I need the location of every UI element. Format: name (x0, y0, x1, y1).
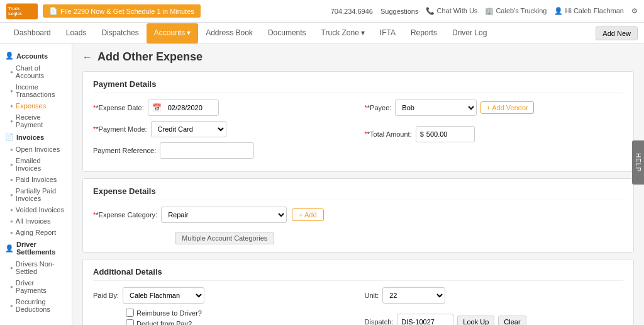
chevron-down-icon: ▾ (187, 28, 191, 37)
clear-button[interactable]: Clear (498, 316, 526, 325)
sidebar-item-emailed-invoices[interactable]: ● Emailed Invoices (0, 155, 72, 174)
expense-category-row: **Expense Category: Repair Fuel Maintena… (93, 207, 623, 223)
payee-label: **Payee: (365, 104, 392, 111)
expense-date-wrapper[interactable]: 📅 (148, 100, 219, 116)
payment-details-section: Payment Details **Expense Date: 📅 (82, 71, 634, 172)
payment-mode-row: **Payment Mode: Credit Card Cash Check A… (93, 121, 352, 137)
sidebar-item-income-transactions[interactable]: ● Income Transactions (0, 81, 72, 100)
dot-icon: ● (10, 303, 13, 309)
dispatch-input[interactable] (397, 314, 453, 325)
expense-date-label: **Expense Date: (93, 104, 144, 111)
dot-icon: ● (10, 147, 13, 152)
top-bar: Truck Logics 📄 File 2290 Now & Get Sched… (0, 0, 644, 23)
chat-btn[interactable]: 📞 Chat With Us (426, 7, 477, 15)
nav-documents[interactable]: Documents (260, 23, 314, 43)
payment-mode-label: **Payment Mode: (93, 125, 147, 133)
sidebar-item-open-invoices[interactable]: ● Open Invoices (0, 144, 72, 155)
unit-row: Unit: 22 (365, 287, 624, 304)
payment-details-row1: **Expense Date: 📅 **Payment Mode: (93, 100, 623, 164)
dot-icon: ● (10, 284, 13, 290)
reimburse-checkbox[interactable] (126, 309, 134, 317)
expense-category-select[interactable]: Repair Fuel Maintenance Other (161, 207, 287, 223)
payee-select[interactable]: Bob (395, 100, 477, 116)
payment-details-title: Payment Details (93, 79, 623, 93)
user-label: 👤 Hi Caleb Flachman (554, 7, 624, 15)
dot-icon: ● (10, 192, 13, 198)
nav-truck-zone[interactable]: Truck Zone ▾ (314, 23, 372, 43)
settings-icon[interactable]: ⚙ (631, 7, 638, 15)
nav-accounts[interactable]: Accounts ▾ (147, 23, 198, 43)
sidebar-item-chart-of-accounts[interactable]: ● Chart of Accounts (0, 62, 72, 81)
total-amount-wrapper: $ (416, 126, 475, 142)
nav-reports[interactable]: Reports (403, 23, 445, 43)
sidebar-item-expenses[interactable]: ● Expenses (0, 100, 72, 111)
sidebar-item-driver-payments[interactable]: ● Driver Payments (0, 277, 72, 296)
promo-banner[interactable]: 📄 File 2290 Now & Get Schedule 1 in Minu… (43, 4, 201, 18)
dot-icon: ● (10, 118, 13, 124)
dot-icon: ● (10, 207, 13, 213)
help-tab[interactable]: HELP (632, 140, 644, 185)
phone-number: 704.234.6946 (331, 8, 373, 15)
nav-dashboard[interactable]: Dashboard (6, 23, 58, 43)
payee-row: **Payee: Bob + Add Vendor (365, 100, 624, 116)
dot-icon: ● (10, 88, 13, 94)
paid-by-row: Paid By: Caleb Flachman (93, 287, 352, 304)
sidebar-item-partially-paid[interactable]: ● Partially Paid Invoices (0, 185, 72, 204)
deduct-checkbox-label[interactable]: Deduct from Pay? (126, 319, 192, 325)
total-amount-row: **Total Amount: $ (365, 126, 624, 142)
suggestions-btn[interactable]: Suggestions (380, 8, 419, 15)
back-button[interactable]: ← (82, 52, 92, 63)
total-amount-label: **Total Amount: (365, 130, 412, 138)
deduct-checkbox[interactable] (126, 319, 134, 325)
unit-select[interactable]: 22 (382, 287, 445, 304)
expense-date-row: **Expense Date: 📅 (93, 100, 352, 116)
nav-address-book[interactable]: Address Book (198, 23, 260, 43)
sidebar-item-paid-invoices[interactable]: ● Paid Invoices (0, 174, 72, 185)
add-new-button[interactable]: Add New (596, 26, 638, 40)
sidebar-accounts-section: 👤 Accounts (0, 49, 72, 62)
sidebar-item-voided-invoices[interactable]: ● Voided Invoices (0, 204, 72, 215)
nav-ifta[interactable]: IFTA (372, 23, 403, 43)
dispatch-row: Dispatch: Look Up Clear (365, 314, 624, 325)
reimburse-row: Reimburse to Driver? Deduct from Pay? (126, 309, 352, 325)
add-category-button[interactable]: + Add (292, 208, 323, 221)
reimburse-checkbox-label[interactable]: Reimburse to Driver? (126, 309, 202, 317)
sidebar-invoices-section: 📄 Invoices (0, 130, 72, 144)
svg-text:Logics: Logics (8, 11, 22, 16)
dot-icon: ● (10, 230, 13, 236)
expense-details-section: Expense Details **Expense Category: Repa… (82, 178, 634, 253)
dot-icon: ● (10, 177, 13, 183)
nav-dispatches[interactable]: Dispatches (94, 23, 146, 43)
payment-reference-row: Payment Reference: (93, 142, 352, 159)
add-vendor-button[interactable]: + Add Vendor (480, 101, 533, 114)
total-amount-input[interactable] (426, 130, 470, 138)
main-layout: 👤 Accounts ● Chart of Accounts ● Income … (0, 44, 644, 325)
dot-icon: ● (10, 69, 13, 75)
nav-loads[interactable]: Loads (58, 23, 94, 43)
sidebar-item-receive-payment[interactable]: ● Receive Payment (0, 111, 72, 130)
nav-bar: Dashboard Loads Dispatches Accounts ▾ Ad… (0, 23, 644, 44)
main-content: ← Add Other Expense Payment Details **Ex… (72, 44, 644, 325)
expense-details-title: Expense Details (93, 186, 623, 200)
dot-icon: ● (10, 265, 13, 271)
additional-details-section: Additional Details Paid By: Caleb Flachm… (82, 259, 634, 325)
payment-reference-input[interactable] (160, 142, 254, 159)
sidebar-item-recurring-deductions[interactable]: ● Recurring Deductions (0, 296, 72, 315)
calendar-icon: 📅 (152, 103, 162, 112)
paid-by-select[interactable]: Caleb Flachman (123, 287, 204, 304)
nav-driver-log[interactable]: Driver Log (445, 23, 494, 43)
sidebar-item-all-invoices[interactable]: ● All Invoices (0, 215, 72, 227)
sidebar-item-aging-report[interactable]: ● Aging Report (0, 227, 72, 238)
expense-date-input[interactable] (164, 101, 214, 114)
payment-mode-select[interactable]: Credit Card Cash Check ACH (151, 121, 226, 137)
multi-account-button[interactable]: Multiple Account Categories (175, 232, 274, 244)
sidebar: 👤 Accounts ● Chart of Accounts ● Income … (0, 44, 72, 325)
chevron-down-icon: ▾ (361, 28, 365, 37)
company-label: 🏢 Caleb's Trucking (485, 7, 547, 15)
sidebar-driver-section: 👤 Driver Settlements (0, 238, 72, 258)
dollar-sign: $ (420, 130, 424, 138)
logo: Truck Logics (6, 3, 38, 20)
sidebar-item-drivers-non-settled[interactable]: ● Drivers Non-Settled (0, 258, 72, 277)
expense-category-label: **Expense Category: (93, 211, 157, 219)
lookup-button[interactable]: Look Up (457, 316, 494, 325)
